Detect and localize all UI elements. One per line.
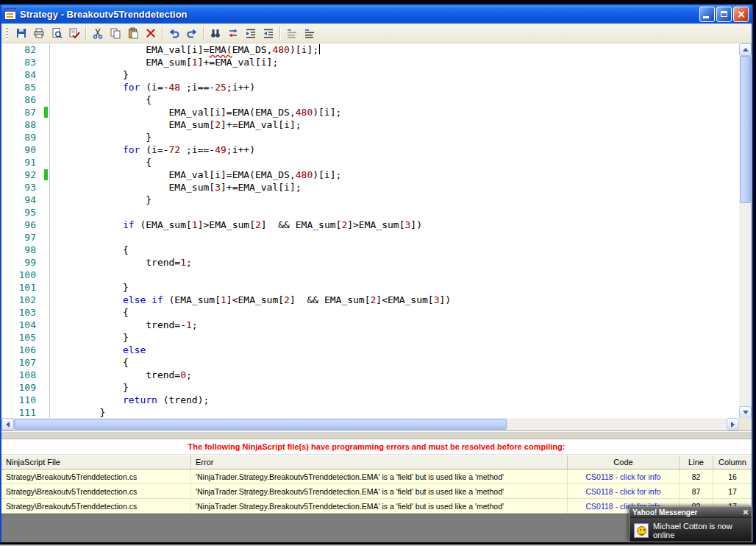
line-number: 98 (1, 244, 43, 256)
code-line[interactable]: 88 EMA_sum[2]+=EMA_val[i]; (1, 118, 739, 131)
code-text: EMA_sum[2]+=EMA_val[i]; (49, 118, 739, 131)
code-line[interactable]: 105 } (1, 331, 739, 344)
horizontal-scrollbar[interactable] (1, 418, 739, 430)
code-line[interactable]: 98 { (1, 244, 739, 256)
save-button[interactable] (13, 25, 29, 41)
code-line[interactable]: 83 EMA_sum[1]+=EMA_val[i]; (1, 56, 739, 68)
code-line[interactable]: 102 else if (EMA_sum[1]<EMA_sum[2] && EM… (1, 294, 739, 306)
code-line[interactable]: 97 (1, 231, 739, 244)
code-line[interactable]: 86 { (1, 93, 739, 106)
vertical-scrollbar[interactable] (739, 43, 752, 419)
spell-check-button[interactable] (65, 25, 82, 41)
title-bar[interactable]: Strategy - Breakoutv5Trenddetection (1, 4, 752, 24)
comment-icon (286, 27, 298, 39)
change-marker (44, 169, 48, 180)
code-line[interactable]: 96 if (EMA_sum[1]>EMA_sum[2] && EMA_sum[… (1, 219, 739, 231)
code-line[interactable]: 89 } (1, 131, 739, 143)
delete-button[interactable] (142, 25, 159, 41)
paste-button[interactable] (124, 25, 141, 41)
error-cell-column: 16 (713, 469, 752, 484)
code-text: } (49, 406, 739, 419)
code-line[interactable]: 92 EMA_val[i]=EMA(EMA_DS,480)[i]; (1, 169, 739, 181)
code-line[interactable]: 103 { (1, 306, 739, 319)
undo-button[interactable] (165, 25, 182, 41)
redo-button[interactable] (183, 25, 200, 41)
code-line[interactable]: 85 for (i=-48 ;i==-25;i++) (1, 81, 739, 93)
code-viewport[interactable]: 82 EMA_val[i]=EMA(EMA_DS,480)[i];83 EMA_… (1, 43, 739, 419)
change-marker-margin (43, 269, 49, 281)
print-button[interactable] (30, 25, 47, 41)
code-line[interactable]: 106 else (1, 344, 739, 356)
arrow-down-icon (743, 411, 749, 414)
code-line[interactable]: 104 trend=-1; (1, 319, 739, 331)
code-line[interactable]: 107 { (1, 356, 739, 369)
code-line[interactable]: 82 EMA_val[i]=EMA(EMA_DS,480)[i]; (1, 43, 739, 56)
copy-button[interactable] (107, 25, 124, 41)
vertical-scroll-thumb[interactable] (740, 56, 751, 203)
code-line[interactable]: 90 for (i=-72 ;i==-49;i++) (1, 143, 739, 156)
code-line[interactable]: 111 } (1, 406, 739, 419)
error-cell-line: 87 (680, 484, 713, 499)
scroll-right-button[interactable] (727, 418, 739, 430)
change-marker-margin (43, 56, 49, 68)
code-text: } (49, 331, 739, 344)
uncomment-button[interactable] (301, 25, 318, 41)
error-row[interactable]: Strategy\Breakoutv5Trenddetection.cs'Nin… (1, 469, 752, 484)
code-text: if (EMA_sum[1]>EMA_sum[2] && EMA_sum[2]>… (49, 219, 739, 231)
notification-body[interactable]: Michael Cotton is now online (630, 518, 752, 543)
code-lines[interactable]: 82 EMA_val[i]=EMA(EMA_DS,480)[i];83 EMA_… (1, 43, 739, 419)
line-number: 105 (1, 331, 43, 344)
change-marker (44, 107, 48, 118)
code-editor[interactable]: 82 EMA_val[i]=EMA(EMA_DS,480)[i];83 EMA_… (1, 43, 752, 431)
code-text: trend=0; (49, 369, 739, 381)
close-button[interactable] (733, 7, 749, 22)
restore-button[interactable] (716, 7, 732, 22)
code-text: { (49, 156, 739, 169)
code-line[interactable]: 94 } (1, 194, 739, 206)
print-preview-button[interactable] (48, 25, 65, 41)
comment-button[interactable] (283, 25, 300, 41)
code-text: EMA_val[i]=EMA(EMA_DS,480)[i]; (49, 169, 739, 181)
toolbar-grip[interactable] (6, 26, 8, 40)
change-marker-margin (43, 194, 49, 206)
scroll-left-button[interactable] (1, 418, 14, 430)
horizontal-scroll-thumb[interactable] (14, 419, 507, 430)
error-cell-file: Strategy\Breakoutv5Trenddetection.cs (1, 499, 191, 514)
change-marker-margin (43, 43, 49, 56)
find-button[interactable] (207, 25, 224, 41)
text-caret (319, 44, 320, 54)
code-line[interactable]: 91 { (1, 156, 739, 169)
code-text: else if (EMA_sum[1]<EMA_sum[2] && EMA_su… (49, 294, 739, 306)
notification-close-icon[interactable] (743, 509, 749, 515)
code-line[interactable]: 108 trend=0; (1, 369, 739, 381)
delete-icon (145, 27, 157, 39)
code-line[interactable]: 84 } (1, 68, 739, 81)
code-line[interactable]: 87 EMA_val[i]=EMA(EMA_DS,480)[i]; (1, 106, 739, 118)
code-line[interactable]: 99 trend=1; (1, 256, 739, 269)
code-line[interactable]: 100 (1, 269, 739, 281)
error-cell-code[interactable]: CS0118 - click for info (568, 484, 680, 499)
scroll-up-button[interactable] (739, 43, 752, 56)
indent-button[interactable] (242, 25, 259, 41)
code-text: EMA_sum[3]+=EMA_val[i]; (49, 181, 739, 194)
code-line[interactable]: 93 EMA_sum[3]+=EMA_val[i]; (1, 181, 739, 194)
code-line[interactable]: 101 } (1, 281, 739, 294)
code-line[interactable]: 110 return (trend); (1, 394, 739, 406)
code-text: { (49, 244, 739, 256)
scroll-down-button[interactable] (739, 406, 752, 419)
error-row[interactable]: Strategy\Breakoutv5Trenddetection.cs'Nin… (1, 484, 752, 499)
minimize-button[interactable] (699, 7, 715, 22)
line-number: 92 (1, 169, 43, 181)
panel-splitter[interactable] (1, 431, 752, 439)
code-line[interactable]: 95 (1, 206, 739, 219)
replace-button[interactable] (224, 25, 241, 41)
error-cell-code[interactable]: CS0118 - click for info (568, 469, 680, 484)
outdent-button[interactable] (260, 25, 277, 41)
cut-button[interactable] (89, 25, 106, 41)
code-text: else (49, 344, 739, 356)
yahoo-messenger-notification[interactable]: Yahoo! Messenger Michael Cotton is now o… (629, 506, 752, 542)
code-text: { (49, 356, 739, 369)
change-marker-margin (43, 219, 49, 231)
line-number: 110 (1, 394, 43, 406)
code-line[interactable]: 109 } (1, 381, 739, 394)
